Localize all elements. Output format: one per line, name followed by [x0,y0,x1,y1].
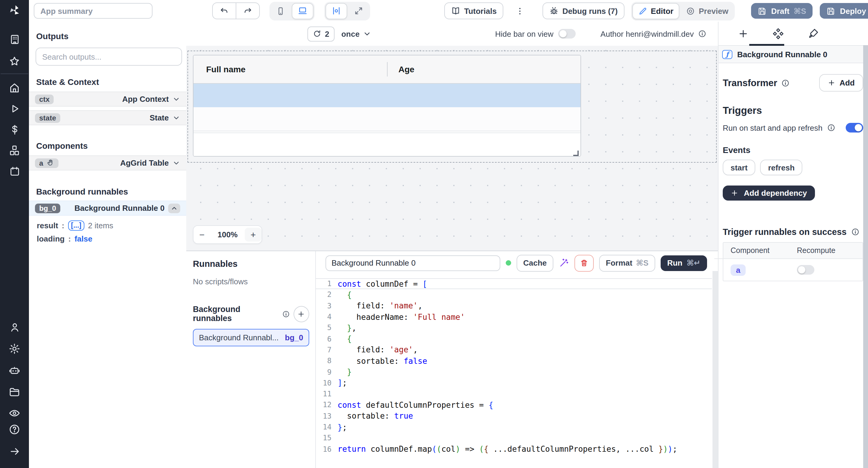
tutorials-label: Tutorials [464,6,497,15]
table-header: Full name Age [193,56,581,84]
resources-cubes-icon[interactable] [0,142,29,158]
refresh-count-button[interactable]: 2 [307,26,335,41]
recompute-toggle[interactable] [797,265,814,275]
deploy-label: Deploy [840,6,866,15]
folders-icon[interactable] [0,384,29,400]
add-background-runnable-button[interactable] [293,306,309,322]
workers-robot-icon[interactable] [0,362,29,378]
app-summary-input[interactable] [34,3,153,19]
column-header-full-name[interactable]: Full name [193,56,387,83]
runs-icon[interactable] [0,101,29,117]
bg0-row[interactable]: bg_0 Background Runnable 0 [29,201,186,215]
run-button[interactable]: Run⌘↵ [661,255,707,271]
code-line[interactable]: 6 { [316,333,712,344]
runnable-item-id: bg_0 [285,333,303,342]
run-on-start-toggle[interactable] [846,123,863,133]
undo-button[interactable] [212,2,236,19]
column-divider[interactable] [387,62,388,76]
code-line[interactable]: 16return columnDef.map((col) => ({ ...de… [316,444,712,455]
add-transformer-button[interactable]: Add [819,74,863,92]
background-runnable-item[interactable]: Background Runnabl... bg_0 [193,329,309,346]
code-line[interactable]: 13 sortable: true [316,410,712,422]
table-row-selected[interactable] [193,84,581,107]
component-a-chip[interactable]: a [731,264,746,276]
info-icon [851,228,859,236]
column-header-age[interactable]: Age [387,56,414,83]
fullwidth-layout-button[interactable] [348,3,369,19]
home-icon[interactable] [0,80,29,96]
code-editor[interactable]: 1const columnDef = [2 {3 field: 'name',4… [316,275,712,468]
favorites-star-icon[interactable] [0,54,29,70]
column-recompute: Recompute [797,246,835,255]
cache-button[interactable]: Cache [517,255,553,271]
resize-handle[interactable] [573,151,579,156]
table-row[interactable] [193,107,581,131]
ai-wand-icon[interactable] [559,258,569,268]
tab-styling[interactable] [796,22,831,45]
book-icon [451,6,461,16]
tab-component-settings[interactable] [761,22,796,45]
deploy-button[interactable]: Deploy [820,3,868,19]
code-line[interactable]: 10]; [316,377,712,389]
bg0-name-label: Background Runnable 0 [74,204,164,212]
collapse-chevron-up-button[interactable] [168,203,180,213]
code-line[interactable]: 1const columnDef = [ [316,278,712,290]
collapse-arrow-icon[interactable] [0,444,29,460]
right-panel-tabs [718,22,868,46]
code-line[interactable]: 9 } [316,367,712,378]
variables-dollar-icon[interactable] [0,122,29,138]
code-line[interactable]: 5 }, [316,322,712,333]
tutorials-button[interactable]: Tutorials [444,2,503,19]
search-outputs-input[interactable] [36,47,182,66]
code-line[interactable]: 15 [316,432,712,444]
preview-tab[interactable]: Preview [681,3,734,19]
interval-dropdown[interactable]: once [341,29,371,38]
code-line[interactable]: 8 sortable: false [316,355,712,367]
windmill-logo-icon[interactable] [0,0,29,21]
result-property-row[interactable]: result : [...] 2 items [29,220,186,231]
settings-gear-icon[interactable] [0,341,29,357]
code-line[interactable]: 14}; [316,422,712,433]
tab-insert-component[interactable] [726,22,761,45]
app-canvas[interactable]: Full name Age − 100% + [186,46,718,250]
center-layout-button[interactable] [326,3,347,19]
ctx-row[interactable]: ctx App Context [29,92,186,107]
users-icon[interactable] [0,320,29,335]
zoom-out-button[interactable]: − [193,228,210,241]
result-array-badge[interactable]: [...] [68,221,85,231]
delete-runnable-button[interactable] [575,255,594,271]
redo-button[interactable] [236,2,260,19]
mobile-view-button[interactable] [271,3,290,19]
code-line[interactable]: 12const defaultColumnProperties = { [316,400,712,411]
audit-eye-icon[interactable] [0,405,29,421]
schedules-calendar-icon[interactable] [0,164,29,179]
background-runnables-title: Background runnables [36,187,186,196]
aggrid-table-component[interactable]: Full name Age [193,55,581,157]
editor-tab[interactable]: Editor [632,3,679,19]
runnable-name-input[interactable] [326,255,500,271]
desktop-view-button[interactable] [292,3,313,19]
run-shortcut: ⌘↵ [687,258,701,267]
code-line[interactable]: 11 [316,389,712,400]
code-line[interactable]: 4 headerName: 'Full name' [316,311,712,323]
column-component: Component [723,246,797,255]
zoom-in-button[interactable]: + [245,228,261,241]
active-tab-underline [749,44,784,45]
draft-button[interactable]: Draft ⌘S [751,3,813,19]
help-icon[interactable] [0,421,29,437]
component-a-row[interactable]: a AgGrid Table [29,156,186,170]
code-line[interactable]: 2 { [316,290,712,301]
more-menu-kebab-icon[interactable] [516,6,524,15]
add-dependency-button[interactable]: Add dependency [723,186,815,201]
code-lines: 1const columnDef = [2 {3 field: 'name',4… [316,278,712,455]
code-scrollbar[interactable] [712,271,718,468]
format-button[interactable]: Format⌘S [599,255,655,271]
right-panel-scrollbar[interactable] [863,45,868,468]
code-line[interactable]: 3 field: 'name', [316,300,712,311]
code-line[interactable]: 7 field: 'age', [316,344,712,356]
state-row[interactable]: state State [29,110,186,125]
debug-runs-button[interactable]: Debug runs (7) [542,2,624,19]
hide-bar-toggle[interactable] [558,29,576,38]
outputs-title: Outputs [36,31,186,41]
workspace-icon[interactable] [0,32,29,47]
